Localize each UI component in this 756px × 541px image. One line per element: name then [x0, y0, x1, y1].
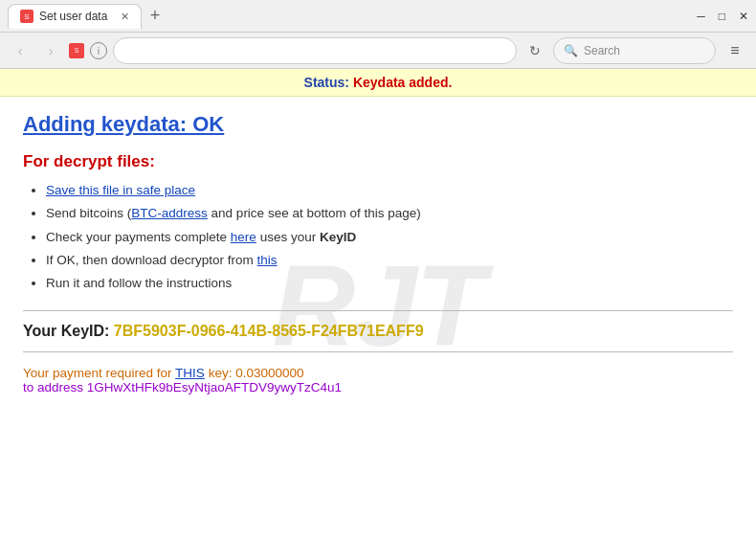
payment-this-link[interactable]: THIS — [175, 366, 205, 380]
payment-text-before: Your payment required for — [23, 366, 175, 380]
window-controls: ─ □ ✕ — [697, 10, 748, 23]
browser-window: S Set user data ✕ + ─ □ ✕ ‹ › S i ↻ 🔍 Se… — [0, 0, 756, 541]
status-banner: Status: Keydata added. — [0, 69, 756, 97]
keyid-row: Your KeyID: 7BF5903F-0966-414B-8565-F24F… — [23, 323, 733, 340]
refresh-button[interactable]: ↻ — [523, 38, 547, 63]
search-placeholder: Search — [584, 44, 620, 57]
search-box[interactable]: 🔍 Search — [553, 37, 716, 64]
page-content: RJT Status: Keydata added. Adding keydat… — [0, 69, 756, 541]
address-bar[interactable] — [113, 37, 517, 64]
btc-address-link[interactable]: BTC-address — [131, 206, 208, 220]
this-link[interactable]: this — [257, 253, 278, 267]
payment-section: Your payment required for THIS key: 0.03… — [23, 366, 733, 394]
page-body: Adding keydata: OK For decrypt files: Sa… — [0, 97, 756, 410]
tab-title: Set user data — [39, 10, 107, 23]
info-button[interactable]: i — [90, 42, 107, 59]
status-label: Status: — [304, 75, 349, 90]
title-bar: S Set user data ✕ + ─ □ ✕ — [0, 0, 756, 33]
list-item: Save this file in safe place — [46, 181, 733, 200]
instructions-list: Save this file in safe place Send bitcoi… — [23, 181, 733, 293]
menu-icon: ≡ — [730, 42, 739, 59]
active-tab[interactable]: S Set user data ✕ — [8, 4, 142, 29]
tab-area: S Set user data ✕ + — [8, 4, 697, 29]
site-favicon: S — [69, 43, 84, 58]
payment-text-after: key: 0.03000000 — [205, 366, 304, 380]
main-heading: Adding keydata: OK — [23, 112, 733, 137]
here-link[interactable]: here — [231, 230, 256, 244]
minimize-button[interactable]: ─ — [697, 10, 705, 23]
menu-button[interactable]: ≡ — [722, 37, 748, 64]
list-item: If OK, then download decryptor from this — [46, 251, 733, 270]
new-tab-button[interactable]: + — [142, 4, 168, 29]
payment-line2: to address 1GHwXtHFk9bEsyNtjaoAFTDV9ywyT… — [23, 380, 733, 394]
list-item: Check your payments complete here uses y… — [46, 228, 733, 247]
search-icon: 🔍 — [564, 44, 578, 57]
divider-bottom — [23, 351, 733, 352]
list-item: Send bitcoins (BTC-address and price see… — [46, 204, 733, 223]
list-item: Run it and follow the instructions — [46, 274, 733, 293]
tab-close-button[interactable]: ✕ — [121, 11, 129, 23]
save-file-link[interactable]: Save this file in safe place — [46, 183, 195, 197]
browser-toolbar: ‹ › S i ↻ 🔍 Search ≡ — [0, 33, 756, 69]
back-button[interactable]: ‹ — [8, 38, 33, 63]
forward-button[interactable]: › — [38, 38, 63, 63]
maximize-button[interactable]: □ — [719, 10, 725, 23]
divider-top — [23, 310, 733, 311]
info-icon: i — [98, 45, 100, 56]
sub-heading: For decrypt files: — [23, 152, 733, 171]
keyid-label: Your KeyID: — [23, 323, 109, 339]
tab-favicon: S — [20, 10, 33, 23]
payment-line1: Your payment required for THIS key: 0.03… — [23, 366, 733, 380]
status-value: Keydata added. — [353, 75, 452, 90]
keyid-value: 7BF5903F-0966-414B-8565-F24FB71EAFF9 — [114, 323, 424, 339]
close-button[interactable]: ✕ — [739, 10, 748, 23]
